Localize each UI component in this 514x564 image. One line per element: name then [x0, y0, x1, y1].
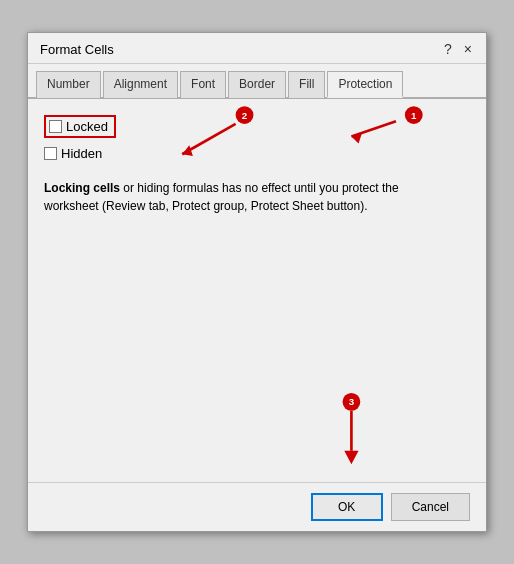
tab-font[interactable]: Font: [180, 71, 226, 98]
dialog-footer: OK Cancel: [28, 482, 486, 531]
svg-text:3: 3: [349, 396, 355, 407]
tab-content: Locked Hidden Locking cells or hiding fo…: [28, 99, 486, 482]
cancel-button[interactable]: Cancel: [391, 493, 470, 521]
tab-protection[interactable]: Protection: [327, 71, 403, 98]
help-button[interactable]: ?: [442, 41, 454, 57]
svg-text:1: 1: [411, 110, 417, 121]
svg-marker-12: [344, 451, 358, 464]
tab-alignment[interactable]: Alignment: [103, 71, 178, 98]
title-icons: ? ×: [442, 41, 474, 57]
ok-button[interactable]: OK: [311, 493, 383, 521]
title-bar: Format Cells ? ×: [28, 33, 486, 64]
close-button[interactable]: ×: [462, 41, 474, 57]
tab-bar: Number Alignment Font Border Fill Protec…: [28, 64, 486, 99]
svg-marker-8: [182, 145, 193, 156]
svg-text:2: 2: [242, 110, 248, 121]
annotation-arrows: 1 2 3: [28, 99, 486, 482]
format-cells-dialog: Format Cells ? × Number Alignment Font B…: [27, 32, 487, 532]
svg-line-3: [351, 121, 396, 136]
dialog-title: Format Cells: [40, 42, 114, 57]
tab-border[interactable]: Border: [228, 71, 286, 98]
tab-fill[interactable]: Fill: [288, 71, 325, 98]
tab-number[interactable]: Number: [36, 71, 101, 98]
